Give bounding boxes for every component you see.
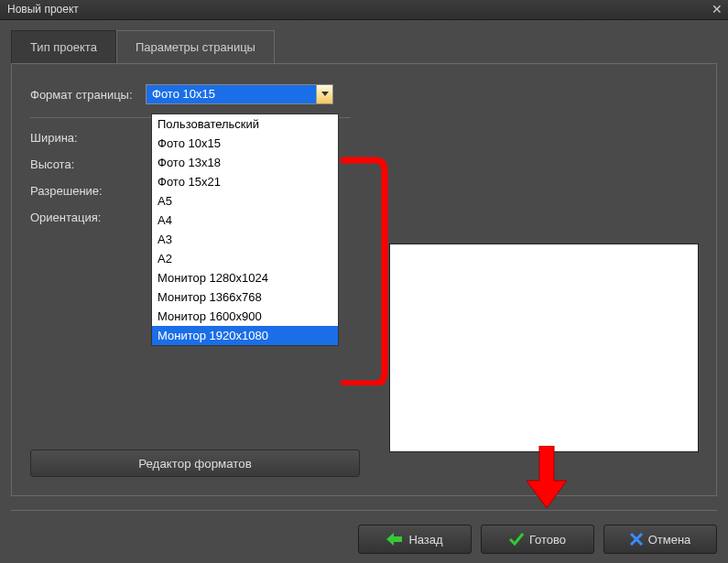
- tab-label: Тип проекта: [30, 40, 97, 54]
- chevron-down-icon: [321, 92, 329, 97]
- page-params-panel: Формат страницы: Фото 10x15 Ширина: Высо…: [11, 63, 717, 496]
- resolution-label: Разрешение:: [30, 184, 146, 198]
- height-label: Высота:: [30, 157, 146, 171]
- dropdown-item[interactable]: A4: [152, 211, 338, 230]
- page-preview: [389, 244, 699, 452]
- dropdown-item[interactable]: Фото 13x18: [152, 153, 338, 172]
- page-format-label: Формат страницы:: [30, 88, 146, 102]
- tab-label: Параметры страницы: [136, 40, 255, 54]
- page-format-dropdown[interactable]: ПользовательскийФото 10x15Фото 13x18Фото…: [151, 114, 339, 346]
- done-button[interactable]: Готово: [481, 525, 594, 554]
- page-format-selected: Фото 10x15: [147, 85, 316, 103]
- dropdown-item[interactable]: Фото 10x15: [152, 134, 338, 153]
- dropdown-item[interactable]: Монитор 1280x1024: [152, 268, 338, 287]
- dropdown-item[interactable]: Монитор 1920x1080: [152, 326, 338, 345]
- tabs: Тип проекта Параметры страницы: [0, 20, 728, 63]
- window-title: Новый проект: [7, 3, 79, 16]
- titlebar: Новый проект ✕: [0, 0, 728, 20]
- dropdown-item[interactable]: Монитор 1600x900: [152, 307, 338, 326]
- button-label: Готово: [529, 533, 566, 547]
- cancel-button[interactable]: Отмена: [603, 525, 717, 554]
- dropdown-item[interactable]: Пользовательский: [152, 114, 338, 134]
- button-label: Редактор форматов: [138, 457, 252, 471]
- button-label: Назад: [408, 533, 442, 547]
- dropdown-item[interactable]: A2: [152, 249, 338, 268]
- tab-page-params[interactable]: Параметры страницы: [116, 30, 275, 64]
- check-icon: [509, 533, 524, 546]
- dropdown-item[interactable]: A3: [152, 230, 338, 249]
- width-label: Ширина:: [30, 131, 146, 145]
- orientation-label: Ориентация:: [30, 211, 146, 224]
- tab-project-type[interactable]: Тип проекта: [11, 30, 116, 63]
- combo-dropdown-button[interactable]: [316, 85, 332, 103]
- dropdown-item[interactable]: Фото 15x21: [152, 172, 338, 191]
- page-format-combo[interactable]: Фото 10x15: [146, 84, 333, 104]
- dialog-buttons: Назад Готово Отмена: [358, 511, 717, 554]
- format-editor-button[interactable]: Редактор форматов: [30, 449, 360, 477]
- arrow-left-icon: [386, 533, 403, 546]
- back-button[interactable]: Назад: [358, 525, 472, 554]
- dropdown-item[interactable]: Монитор 1366x768: [152, 287, 338, 307]
- button-label: Отмена: [648, 533, 691, 547]
- close-icon[interactable]: ✕: [712, 2, 723, 16]
- cross-icon: [630, 533, 643, 546]
- dropdown-item[interactable]: A5: [152, 191, 338, 211]
